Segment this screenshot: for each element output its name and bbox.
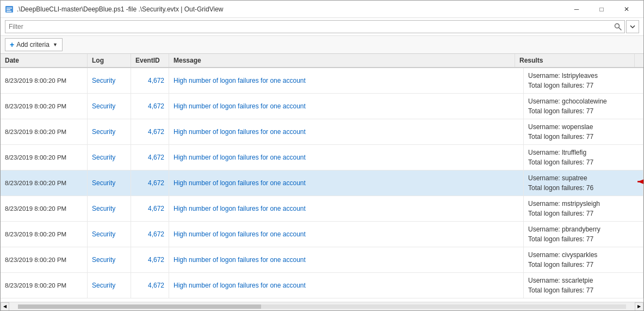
cell-date: 8/23/2019 8:00:20 PM xyxy=(1,94,88,119)
results-line2: Total logon failures: 77 xyxy=(528,260,593,270)
window-controls: ─ □ ✕ xyxy=(564,1,639,18)
cell-log: Security xyxy=(88,170,131,196)
cell-date: 8/23/2019 8:00:20 PM xyxy=(1,273,88,298)
title-bar-text: .\DeepBlueCLI-master\DeepBlue.ps1 -file … xyxy=(17,5,564,13)
cell-eventid: 4,672 xyxy=(131,222,169,247)
results-line2: Total logon failures: 76 xyxy=(528,183,593,193)
svg-line-5 xyxy=(619,28,622,31)
table-row[interactable]: 8/23/2019 8:00:20 PM Security 4,672 High… xyxy=(1,68,643,94)
expand-button[interactable] xyxy=(626,20,639,33)
minimize-button[interactable]: ─ xyxy=(564,1,589,18)
cell-date: 8/23/2019 8:00:20 PM xyxy=(1,68,88,93)
cell-eventid: 4,672 xyxy=(131,94,169,119)
results-line2: Total logon failures: 77 xyxy=(528,132,593,142)
add-criteria-button[interactable]: + Add criteria ▼ xyxy=(5,38,63,51)
scroll-thumb[interactable] xyxy=(18,304,261,309)
cell-log: Security xyxy=(88,68,131,93)
results-line1: Username: supatree xyxy=(528,173,587,183)
horizontal-scrollbar[interactable]: ◀ ▶ xyxy=(1,302,643,310)
col-header-eventid[interactable]: EventID xyxy=(131,54,169,67)
maximize-button[interactable]: □ xyxy=(589,1,614,18)
col-header-message[interactable]: Message xyxy=(169,54,515,67)
results-line2: Total logon failures: 77 xyxy=(528,106,593,116)
table-row[interactable]: 8/23/2019 8:00:20 PM Security 4,672 High… xyxy=(1,170,643,196)
cell-message: High number of logon failures for one ac… xyxy=(169,68,524,93)
table-container: Date Log EventID Message Results 8/23/20… xyxy=(1,54,643,302)
table-row[interactable]: 8/23/2019 8:00:20 PM Security 4,672 High… xyxy=(1,94,643,119)
title-bar: .\DeepBlueCLI-master\DeepBlue.ps1 -file … xyxy=(1,1,643,18)
table-row[interactable]: 8/23/2019 8:00:20 PM Security 4,672 High… xyxy=(1,145,643,170)
cell-log: Security xyxy=(88,119,131,144)
cell-message: High number of logon failures for one ac… xyxy=(169,119,524,144)
svg-rect-1 xyxy=(7,8,12,9)
col-header-date[interactable]: Date xyxy=(1,54,88,67)
scroll-right-arrow[interactable]: ▶ xyxy=(635,302,643,311)
search-icon xyxy=(611,21,624,33)
cell-eventid: 4,672 xyxy=(131,247,169,272)
cell-log: Security xyxy=(88,222,131,247)
cell-results: Username: civysparkles Total logon failu… xyxy=(524,247,643,272)
dropdown-arrow-icon: ▼ xyxy=(53,42,58,47)
cell-message: High number of logon failures for one ac… xyxy=(169,273,524,298)
table-row[interactable]: 8/23/2019 8:00:20 PM Security 4,672 High… xyxy=(1,247,643,273)
scroll-left-arrow[interactable]: ◀ xyxy=(1,302,9,311)
cell-log: Security xyxy=(88,94,131,119)
scroll-track[interactable] xyxy=(18,304,626,309)
results-line1: Username: civysparkles xyxy=(528,250,597,260)
results-line1: Username: gchocolatewine xyxy=(528,96,607,106)
cell-eventid: 4,672 xyxy=(131,68,169,93)
table-row[interactable]: 8/23/2019 8:00:20 PM Security 4,672 High… xyxy=(1,119,643,145)
results-line1: Username: wopenslae xyxy=(528,122,593,132)
results-line2: Total logon failures: 77 xyxy=(528,81,593,90)
cell-results: Username: ltrufflefig Total logon failur… xyxy=(524,145,643,170)
table-header: Date Log EventID Message Results xyxy=(1,54,643,68)
cell-date: 8/23/2019 8:00:20 PM xyxy=(1,119,88,144)
cell-log: Security xyxy=(88,247,131,272)
svg-rect-3 xyxy=(7,11,11,12)
cell-results: Username: mstripysleigh Total logon fail… xyxy=(524,196,643,221)
table-body[interactable]: 8/23/2019 8:00:20 PM Security 4,672 High… xyxy=(1,68,643,302)
cell-message: High number of logon failures for one ac… xyxy=(169,196,524,221)
cell-results: Username: sscarletpie Total logon failur… xyxy=(524,273,643,298)
cell-results: Username: wopenslae Total logon failures… xyxy=(524,119,643,144)
add-criteria-label: Add criteria xyxy=(16,41,49,48)
table-row[interactable]: 8/23/2019 8:00:20 PM Security 4,672 High… xyxy=(1,273,643,298)
results-line1: Username: lstripyleaves xyxy=(528,71,598,81)
cell-eventid: 4,672 xyxy=(131,145,169,170)
criteria-bar: + Add criteria ▼ xyxy=(1,36,643,54)
cell-message: High number of logon failures for one ac… xyxy=(169,170,524,196)
svg-rect-2 xyxy=(7,9,10,10)
cell-eventid: 4,672 xyxy=(131,170,169,196)
cell-message: High number of logon failures for one ac… xyxy=(169,247,524,272)
results-line2: Total logon failures: 77 xyxy=(528,285,593,295)
col-header-results[interactable]: Results xyxy=(515,54,635,67)
results-line2: Total logon failures: 77 xyxy=(528,209,593,218)
scroll-spacer xyxy=(635,54,643,67)
cell-eventid: 4,672 xyxy=(131,273,169,298)
app-icon xyxy=(5,5,14,14)
cell-log: Security xyxy=(88,273,131,298)
cell-message: High number of logon failures for one ac… xyxy=(169,94,524,119)
results-line1: Username: pbrandyberry xyxy=(528,224,600,234)
cell-results: Username: supatree Total logon failures:… xyxy=(524,170,643,196)
close-button[interactable]: ✕ xyxy=(614,1,639,18)
filter-input[interactable] xyxy=(5,21,611,33)
plus-icon: + xyxy=(10,40,14,49)
cell-results: Username: pbrandyberry Total logon failu… xyxy=(524,222,643,247)
cell-eventid: 4,672 xyxy=(131,119,169,144)
results-line2: Total logon failures: 77 xyxy=(528,157,593,167)
cell-log: Security xyxy=(88,145,131,170)
cell-date: 8/23/2019 8:00:20 PM xyxy=(1,222,88,247)
table-row[interactable]: 8/23/2019 8:00:20 PM Security 4,672 High… xyxy=(1,222,643,247)
cell-date: 8/23/2019 8:00:20 PM xyxy=(1,170,88,196)
cell-eventid: 4,672 xyxy=(131,196,169,221)
cell-message: High number of logon failures for one ac… xyxy=(169,145,524,170)
cell-date: 8/23/2019 8:00:20 PM xyxy=(1,247,88,272)
results-line1: Username: ltrufflefig xyxy=(528,148,586,157)
col-header-log[interactable]: Log xyxy=(88,54,131,67)
table-row[interactable]: 8/23/2019 8:00:20 PM Security 4,672 High… xyxy=(1,196,643,222)
results-line1: Username: sscarletpie xyxy=(528,276,593,285)
filter-bar xyxy=(1,18,643,36)
cell-date: 8/23/2019 8:00:20 PM xyxy=(1,196,88,221)
results-line2: Total logon failures: 77 xyxy=(528,234,593,244)
